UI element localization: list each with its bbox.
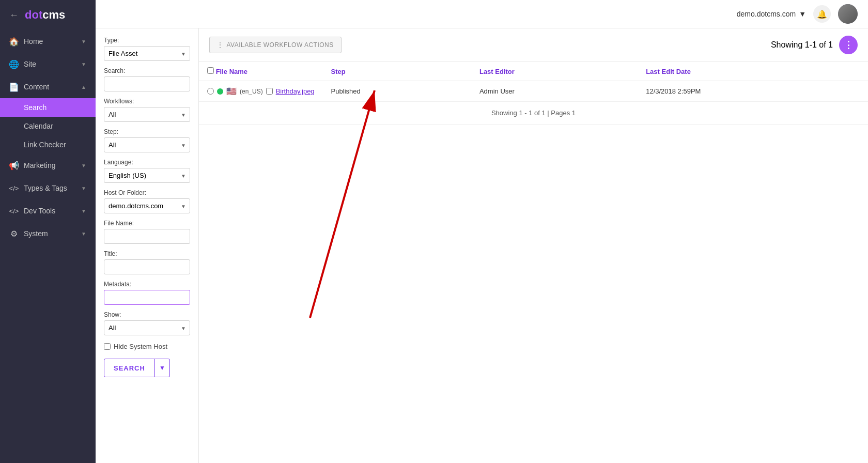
results-area: ⋮ AVAILABLE WORKFLOW ACTIONS Showing 1-1… <box>199 28 868 463</box>
filter-panel: Type: File Asset Search: Workflows: All … <box>96 28 199 463</box>
sidebar-item-system[interactable]: ⚙ System ▼ <box>0 222 96 245</box>
results-summary-row: Showing 1 - 1 of 1 | Pages 1 <box>199 102 868 125</box>
workflows-select[interactable]: All <box>104 107 190 122</box>
hide-system-host-label: Hide System Host <box>114 343 167 350</box>
types-tags-icon: </> <box>9 183 19 193</box>
chevron-down-icon: ▼ <box>81 208 86 214</box>
results-table: File Name Step Last Editor Last Edit Dat… <box>199 62 868 125</box>
search-input[interactable] <box>104 76 190 91</box>
showing-text: Showing 1-1 of 1 <box>771 40 833 50</box>
step-select[interactable]: All <box>104 137 190 152</box>
sidebar-label-dev-tools: Dev Tools <box>24 207 55 215</box>
domain-label: demo.dotcms.com <box>737 10 796 18</box>
more-options-button[interactable]: ⋮ <box>839 36 858 54</box>
host-folder-label: Host Or Folder: <box>104 189 190 196</box>
row-last-edit-date-cell: 12/3/2018 2:59PM <box>638 81 868 102</box>
language-select-wrap: English (US) <box>104 168 190 183</box>
system-icon: ⚙ <box>9 229 19 238</box>
sidebar-sublabel-search: Search <box>24 103 47 112</box>
sidebar-item-search[interactable]: Search <box>0 98 96 117</box>
row-controls: 🇺🇸 (en_US) Birthday.jpeg <box>207 86 315 96</box>
chevron-down-icon: ▼ <box>81 186 86 191</box>
dev-tools-icon: </> <box>9 206 19 215</box>
main-container: demo.dotcms.com ▼ 🔔 Type: File Asset Sea… <box>96 0 868 463</box>
sidebar-sublabel-calendar: Calendar <box>24 122 53 130</box>
language-label: Language: <box>104 159 190 166</box>
language-select[interactable]: English (US) <box>104 168 190 183</box>
type-label: Type: <box>104 37 190 44</box>
metadata-input[interactable]: width:237 <box>104 290 190 305</box>
sidebar-item-types-tags[interactable]: </> Types & Tags ▼ <box>0 177 96 199</box>
language-code: (en_US) <box>240 88 263 95</box>
row-last-editor-cell: Admin User <box>471 81 638 102</box>
workflow-btn-label: AVAILABLE WORKFLOW ACTIONS <box>227 41 334 49</box>
type-select-wrap: File Asset <box>104 46 190 61</box>
domain-chevron-icon: ▼ <box>799 10 806 18</box>
chevron-down-icon: ▼ <box>81 39 86 44</box>
back-button[interactable]: ← <box>9 10 19 21</box>
chevron-down-icon: ▼ <box>81 163 86 168</box>
search-btn-dropdown[interactable]: ▼ <box>155 359 169 377</box>
title-label: Title: <box>104 250 190 257</box>
file-name-input[interactable] <box>104 229 190 244</box>
row-file-cell: 🇺🇸 (en_US) Birthday.jpeg <box>199 81 323 102</box>
sidebar-sublabel-link-checker: Link Checker <box>24 141 66 149</box>
col-step[interactable]: Step <box>323 62 471 81</box>
user-avatar[interactable] <box>838 4 858 24</box>
type-select[interactable]: File Asset <box>104 46 190 61</box>
workflow-actions-button[interactable]: ⋮ AVAILABLE WORKFLOW ACTIONS <box>209 37 342 53</box>
home-icon: 🏠 <box>9 37 19 46</box>
sidebar-item-link-checker[interactable]: Link Checker <box>0 135 96 154</box>
table-row: 🇺🇸 (en_US) Birthday.jpeg Published Admin… <box>199 81 868 102</box>
sidebar-item-content[interactable]: 📄 Content ▲ <box>0 75 96 98</box>
row-step-cell: Published <box>323 81 471 102</box>
status-published-icon <box>217 88 223 95</box>
sidebar-label-types-tags: Types & Tags <box>24 184 67 192</box>
col-last-edit-date[interactable]: Last Edit Date <box>638 62 868 81</box>
sidebar-label-marketing: Marketing <box>24 161 55 169</box>
notifications-button[interactable]: 🔔 <box>813 5 831 23</box>
sidebar-item-dev-tools[interactable]: </> Dev Tools ▼ <box>0 199 96 222</box>
title-input[interactable] <box>104 259 190 274</box>
sidebar-item-marketing[interactable]: 📢 Marketing ▼ <box>0 154 96 177</box>
col-checkbox[interactable]: File Name <box>199 62 323 81</box>
topbar: demo.dotcms.com ▼ 🔔 <box>96 0 868 28</box>
file-name-link[interactable]: Birthday.jpeg <box>276 87 315 95</box>
workflows-select-wrap: All <box>104 107 190 122</box>
content-icon: 📄 <box>9 82 19 91</box>
sidebar-label-content: Content <box>24 83 49 91</box>
content-area: Type: File Asset Search: Workflows: All … <box>96 28 868 463</box>
workflows-label: Workflows: <box>104 98 190 105</box>
bell-icon: 🔔 <box>817 9 827 19</box>
avatar-image <box>838 4 858 24</box>
sidebar-item-calendar[interactable]: Calendar <box>0 117 96 135</box>
host-folder-select[interactable]: demo.dotcms.com <box>104 198 190 213</box>
hide-system-host-row: Hide System Host <box>104 343 190 350</box>
step-label: Step: <box>104 128 190 135</box>
col-last-editor[interactable]: Last Editor <box>471 62 638 81</box>
file-name-col-header[interactable]: File Name <box>216 68 247 75</box>
step-select-wrap: All <box>104 137 190 152</box>
results-summary-text: Showing 1 - 1 of 1 | Pages 1 <box>199 102 868 125</box>
sidebar-label-system: System <box>24 229 48 238</box>
hide-system-host-checkbox[interactable] <box>104 343 111 350</box>
chevron-up-icon: ▲ <box>81 84 86 90</box>
sidebar-label-site: Site <box>24 60 36 68</box>
show-select[interactable]: All <box>104 320 190 335</box>
results-toolbar: ⋮ AVAILABLE WORKFLOW ACTIONS Showing 1-1… <box>199 28 868 62</box>
select-all-checkbox[interactable] <box>207 67 214 74</box>
sidebar-item-home[interactable]: 🏠 Home ▼ <box>0 30 96 53</box>
domain-selector[interactable]: demo.dotcms.com ▼ <box>737 10 806 18</box>
search-btn-wrap: SEARCH ▼ <box>104 359 190 377</box>
row-checkbox[interactable] <box>266 88 273 95</box>
sidebar-nav: 🏠 Home ▼ 🌐 Site ▼ 📄 Content ▲ Search <box>0 30 96 463</box>
search-button[interactable]: SEARCH ▼ <box>104 359 170 377</box>
chevron-down-icon: ▼ <box>81 231 86 237</box>
sidebar-label-home: Home <box>24 37 43 45</box>
chevron-down-icon: ▼ <box>81 61 86 67</box>
host-folder-select-wrap: demo.dotcms.com <box>104 198 190 213</box>
sidebar-item-site[interactable]: 🌐 Site ▼ <box>0 53 96 75</box>
search-btn-main[interactable]: SEARCH <box>104 360 154 376</box>
dots-icon: ⋮ <box>217 41 224 49</box>
row-radio[interactable] <box>207 88 214 95</box>
